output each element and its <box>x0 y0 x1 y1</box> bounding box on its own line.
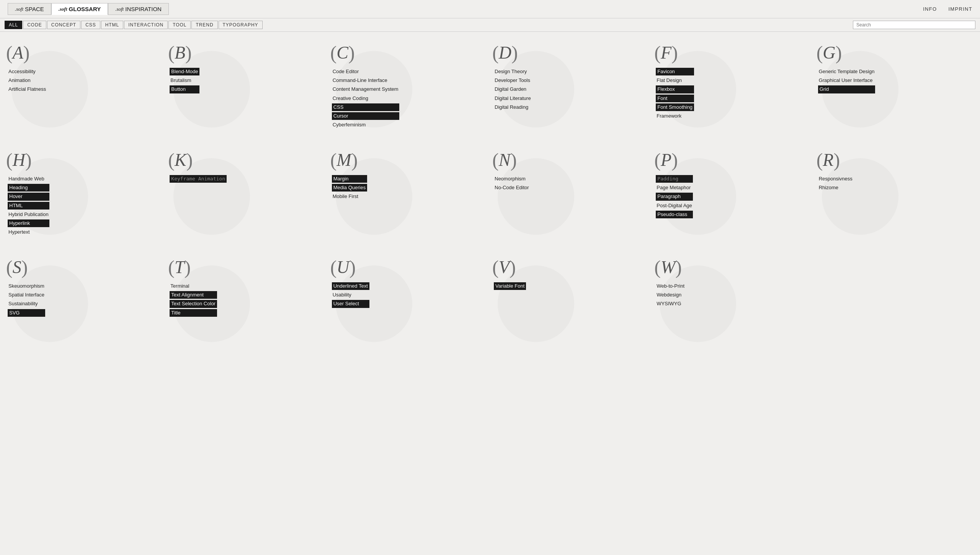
item-handmade-web[interactable]: Handmade Web <box>8 175 49 183</box>
letter-mark-K: (K) <box>168 151 193 170</box>
tab-glossary[interactable]: .soft GLOSSARY <box>51 3 108 15</box>
item-rhizome[interactable]: Rhizome <box>818 184 853 192</box>
search-input[interactable] <box>853 21 975 29</box>
item-hover[interactable]: Hover <box>8 193 49 200</box>
tab-inspiration[interactable]: .soft INSPIRATION <box>108 3 169 15</box>
item-text-alignment[interactable]: Text Alignment <box>170 291 217 299</box>
item-padding[interactable]: Padding <box>656 175 693 183</box>
section-H: (H)Handmade WebHeadingHoverHTMLHybrid Pu… <box>4 143 166 250</box>
item-cursor[interactable]: Cursor <box>332 112 399 120</box>
item-generic-template-design[interactable]: Generic Template Design <box>818 68 875 75</box>
info-link[interactable]: INFO <box>923 6 937 12</box>
item-digital-reading[interactable]: Digital Reading <box>494 103 532 111</box>
items-list-U: Underlined TextUsabilityUser Select <box>332 282 369 308</box>
imprint-link[interactable]: IMPRINT <box>948 6 972 12</box>
item-web-to-print[interactable]: Web-to-Print <box>656 282 685 290</box>
item-media-queries[interactable]: Media Queries <box>332 184 368 192</box>
nav-right-links: INFO IMPRINT <box>923 6 972 12</box>
item-flat-design[interactable]: Flat Design <box>656 77 694 84</box>
section-D: (D)Design TheoryDeveloper ToolsDigital G… <box>490 36 652 143</box>
section-B: (B)Blend-ModeBrutalismButton <box>166 36 328 143</box>
items-list-T: TerminalText AlignmentText Selection Col… <box>170 282 217 317</box>
item-digital-literature[interactable]: Digital Literature <box>494 95 532 102</box>
item-blend-mode[interactable]: Blend-Mode <box>170 68 199 75</box>
item-spatial-interface[interactable]: Spatial Interface <box>8 291 45 299</box>
item-pseudo-class[interactable]: Pseudo-class <box>656 211 693 218</box>
item-title[interactable]: Title <box>170 309 217 317</box>
letter-mark-T: (T) <box>168 258 191 277</box>
filter-code[interactable]: CODE <box>23 21 46 29</box>
filter-html[interactable]: HTML <box>101 21 124 29</box>
items-list-V: Variable Font <box>494 282 526 290</box>
item-graphical-user-interface[interactable]: Graphical User Interface <box>818 77 875 84</box>
letter-mark-S: (S) <box>6 258 28 277</box>
item-artificial-flatness[interactable]: Artificial Flatness <box>8 85 47 93</box>
item-paragraph[interactable]: Paragraph <box>656 193 693 200</box>
item-button[interactable]: Button <box>170 85 199 93</box>
filter-all[interactable]: ALL <box>5 21 22 29</box>
item-hyperlink[interactable]: Hyperlink <box>8 219 49 227</box>
item-developer-tools[interactable]: Developer Tools <box>494 77 532 84</box>
item-user-select[interactable]: User Select <box>332 300 369 308</box>
item-creative-coding[interactable]: Creative Coding <box>332 95 399 102</box>
item-page-metaphor[interactable]: Page Metaphor <box>656 184 693 192</box>
section-G: (G)Generic Template DesignGraphical User… <box>814 36 976 143</box>
items-list-G: Generic Template DesignGraphical User In… <box>818 68 875 93</box>
item-accessibility[interactable]: Accessibility <box>8 68 47 75</box>
item-usability[interactable]: Usability <box>332 291 369 299</box>
item-favicon[interactable]: Favicon <box>656 68 694 75</box>
item-post-digital-age[interactable]: Post-Digital Age <box>656 202 693 210</box>
item-font[interactable]: Font <box>656 95 694 102</box>
item-wysiwyg[interactable]: WYSIWYG <box>656 300 685 308</box>
item-html[interactable]: HTML <box>8 202 49 210</box>
item-code-editor[interactable]: Code Editor <box>332 68 399 75</box>
filter-typography[interactable]: TYPOGRAPHY <box>219 21 263 29</box>
item-no-code-editor[interactable]: No-Code Editor <box>494 184 530 192</box>
item-design-theory[interactable]: Design Theory <box>494 68 532 75</box>
filter-interaction[interactable]: INTERACTION <box>124 21 168 29</box>
letter-mark-A: (A) <box>6 43 29 62</box>
items-list-K: Keyframe Animation <box>170 175 227 183</box>
item-responsivness[interactable]: Responsivness <box>818 175 853 183</box>
item-digital-garden[interactable]: Digital Garden <box>494 85 532 93</box>
item-hybrid-publication[interactable]: Hybrid Publication <box>8 211 49 218</box>
item-terminal[interactable]: Terminal <box>170 282 217 290</box>
tab-space-label: SPACE <box>25 6 44 12</box>
item-svg[interactable]: SVG <box>8 309 45 317</box>
item-animation[interactable]: Animation <box>8 77 47 84</box>
filter-concept[interactable]: CONCEPT <box>47 21 80 29</box>
section-T: (T)TerminalText AlignmentText Selection … <box>166 250 328 357</box>
item-mobile-first[interactable]: Mobile First <box>332 193 368 200</box>
item-content-management-system[interactable]: Content Management System <box>332 85 399 93</box>
item-webdesign[interactable]: Webdesign <box>656 291 685 299</box>
item-sustainability[interactable]: Sustainability <box>8 300 45 308</box>
item-margin[interactable]: Margin <box>332 175 368 183</box>
tab-space[interactable]: .soft SPACE <box>8 3 51 15</box>
item-underlined-text[interactable]: Underlined Text <box>332 282 369 290</box>
item-grid[interactable]: Grid <box>818 85 875 93</box>
items-list-N: NeomorphismNo-Code Editor <box>494 175 530 192</box>
filter-css[interactable]: CSS <box>81 21 100 29</box>
item-brutalism[interactable]: Brutalism <box>170 77 199 84</box>
item-heading[interactable]: Heading <box>8 184 49 192</box>
filter-tool[interactable]: TOOL <box>168 21 191 29</box>
item-framework[interactable]: Framework <box>656 112 694 120</box>
tab-space-italic: .soft <box>15 6 23 12</box>
item-keyframe-animation[interactable]: Keyframe Animation <box>170 175 227 183</box>
item-hypertext[interactable]: Hypertext <box>8 228 49 236</box>
filter-trend[interactable]: TREND <box>191 21 217 29</box>
items-list-R: ResponsivnessRhizome <box>818 175 853 192</box>
item-text-selection-color[interactable]: Text Selection Color <box>170 300 217 308</box>
item-variable-font[interactable]: Variable Font <box>494 282 526 290</box>
nav-tabs: .soft SPACE .soft GLOSSARY .soft INSPIRA… <box>8 3 169 15</box>
items-list-C: Code EditorCommand-Line InterfaceContent… <box>332 68 399 129</box>
item-command-line-interface[interactable]: Command-Line Interface <box>332 77 399 84</box>
item-flexbox[interactable]: Flexbox <box>656 85 694 93</box>
item-font-smoothing[interactable]: Font Smoothing <box>656 103 694 111</box>
item-cyberfeminism[interactable]: Cyberfeminism <box>332 121 399 129</box>
item-neomorphism[interactable]: Neomorphism <box>494 175 530 183</box>
item-skeuomorphism[interactable]: Skeuomorphism <box>8 282 45 290</box>
section-U: (U)Underlined TextUsabilityUser Select <box>328 250 490 357</box>
item-css[interactable]: CSS <box>332 103 399 111</box>
section-K: (K)Keyframe Animation <box>166 143 328 250</box>
